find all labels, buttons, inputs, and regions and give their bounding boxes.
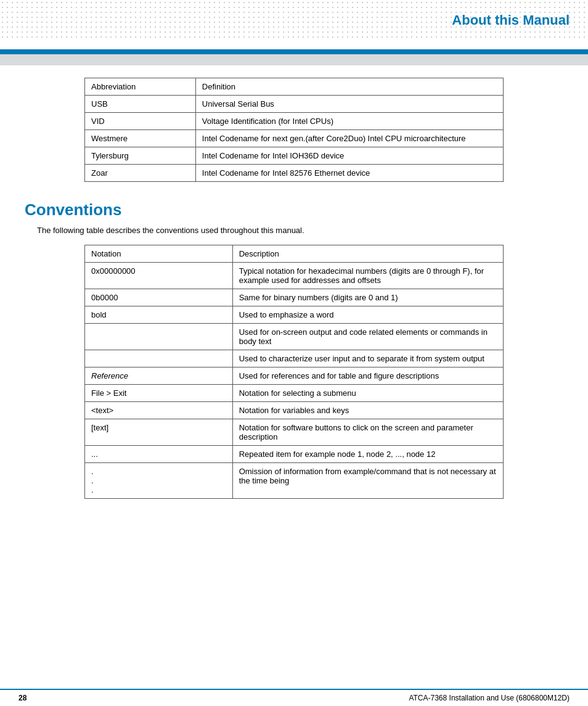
table-header-notation: Notation (85, 245, 233, 263)
table-cell (85, 350, 233, 367)
header-title-area: About this Manual (0, 0, 588, 40)
table-header-abbrev: Abbreviation (85, 78, 196, 96)
table-cell: Used to characterize user input and to s… (232, 350, 503, 367)
table-cell: <text> (85, 402, 233, 419)
table-cell: Reference (85, 367, 233, 385)
table-header-desc: Description (232, 245, 503, 263)
main-content: Abbreviation Definition USB Universal Se… (0, 65, 588, 517)
table-row: ... Repeated item for example node 1, no… (85, 446, 504, 463)
table-cell: Same for binary numbers (digits are 0 an… (232, 289, 503, 306)
table-row: File > Exit Notation for selecting a sub… (85, 385, 504, 402)
table-cell: Voltage Identification (for Intel CPUs) (195, 113, 503, 130)
footer-page-number: 28 (18, 694, 27, 702)
page-title: About this Manual (452, 12, 570, 28)
header: About this Manual (0, 0, 588, 49)
table-row: bold Used to emphasize a word (85, 306, 504, 324)
table-row: USB Universal Serial Bus (85, 96, 504, 113)
abbreviation-table: Abbreviation Definition USB Universal Se… (84, 78, 504, 182)
footer-document-title: ATCA-7368 Installation and Use (6806800M… (409, 694, 570, 702)
notation-table: Notation Description 0x00000000 Typical … (84, 245, 504, 499)
table-cell: Zoar (85, 165, 196, 182)
table-cell: Intel Codename for Intel 82576 Ethernet … (195, 165, 503, 182)
table-row: VID Voltage Identification (for Intel CP… (85, 113, 504, 130)
table-cell: Notation for software buttons to click o… (232, 419, 503, 446)
blue-bar (0, 49, 588, 54)
table-row: Zoar Intel Codename for Intel 82576 Ethe… (85, 165, 504, 182)
table-cell: Used to emphasize a word (232, 306, 503, 324)
table-cell: [text] (85, 419, 233, 446)
table-cell: 0x00000000 (85, 263, 233, 289)
table-cell: Repeated item for example node 1, node 2… (232, 446, 503, 463)
table-cell: VID (85, 113, 196, 130)
table-header-def: Definition (195, 78, 503, 96)
table-row: Notation Description (85, 245, 504, 263)
table-cell: Westmere (85, 130, 196, 147)
table-row: 0b0000 Same for binary numbers (digits a… (85, 289, 504, 306)
table-cell: Omission of information from example/com… (232, 463, 503, 499)
table-cell: Intel Codename for next gen.(after Core2… (195, 130, 503, 147)
table-cell: File > Exit (85, 385, 233, 402)
table-row: Abbreviation Definition (85, 78, 504, 96)
table-row: Used for on-screen output and code relat… (85, 324, 504, 350)
table-cell: 0b0000 (85, 289, 233, 306)
table-row: Westmere Intel Codename for next gen.(af… (85, 130, 504, 147)
table-cell: Universal Serial Bus (195, 96, 503, 113)
table-row: Reference Used for references and for ta… (85, 367, 504, 385)
table-row: Tylersburg Intel Codename for Intel IOH3… (85, 147, 504, 165)
table-cell: ... (85, 446, 233, 463)
table-cell: Used for on-screen output and code relat… (232, 324, 503, 350)
table-cell: bold (85, 306, 233, 324)
footer: 28 ATCA-7368 Installation and Use (68068… (0, 689, 588, 706)
table-row: 0x00000000 Typical notation for hexadeci… (85, 263, 504, 289)
table-row: [text] Notation for software buttons to … (85, 419, 504, 446)
table-cell: . . . (85, 463, 233, 499)
table-row: Used to characterize user input and to s… (85, 350, 504, 367)
table-cell: Used for references and for table and fi… (232, 367, 503, 385)
table-row: . . . Omission of information from examp… (85, 463, 504, 499)
table-cell: Notation for selecting a submenu (232, 385, 503, 402)
table-cell: Notation for variables and keys (232, 402, 503, 419)
gray-bar (0, 54, 588, 65)
table-cell: Typical notation for hexadecimal numbers… (232, 263, 503, 289)
table-cell: USB (85, 96, 196, 113)
conventions-intro: The following table describes the conven… (37, 226, 563, 235)
table-cell: Tylersburg (85, 147, 196, 165)
table-cell: Intel Codename for Intel IOH36D device (195, 147, 503, 165)
table-row: <text> Notation for variables and keys (85, 402, 504, 419)
conventions-heading: Conventions (25, 200, 563, 220)
table-cell (85, 324, 233, 350)
